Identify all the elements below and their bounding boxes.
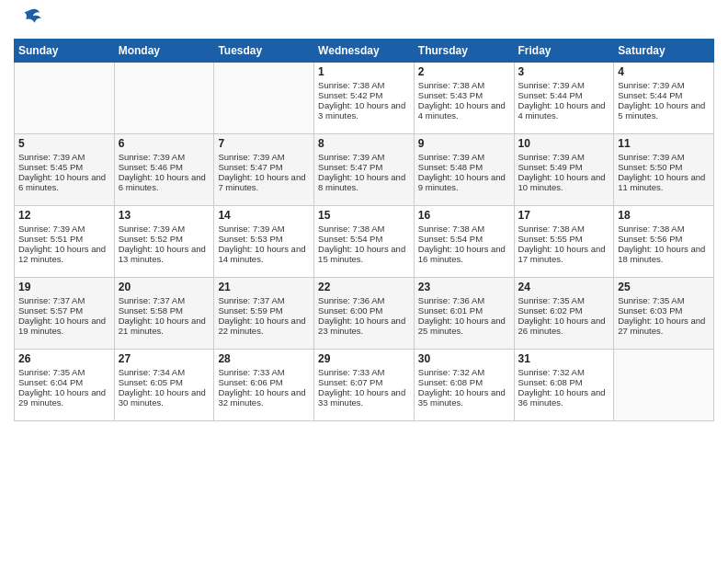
weekday-header-row: SundayMondayTuesdayWednesdayThursdayFrid… bbox=[15, 40, 714, 63]
calendar-cell: 24Sunrise: 7:35 AMSunset: 6:02 PMDayligh… bbox=[514, 278, 614, 350]
sunset-text: Sunset: 5:46 PM bbox=[119, 162, 210, 172]
sunset-text: Sunset: 5:52 PM bbox=[119, 234, 210, 244]
calendar-cell: 4Sunrise: 7:39 AMSunset: 5:44 PMDaylight… bbox=[614, 63, 714, 134]
sunset-text: Sunset: 5:44 PM bbox=[618, 90, 710, 100]
daylight-text: Daylight: 10 hours and 30 minutes. bbox=[119, 387, 210, 408]
day-number: 29 bbox=[318, 352, 410, 365]
day-number: 9 bbox=[418, 137, 510, 150]
day-number: 6 bbox=[119, 137, 210, 150]
sunrise-text: Sunrise: 7:39 AM bbox=[119, 224, 210, 234]
sunset-text: Sunset: 6:08 PM bbox=[418, 377, 510, 387]
daylight-text: Daylight: 10 hours and 6 minutes. bbox=[119, 172, 210, 192]
calendar-cell: 19Sunrise: 7:37 AMSunset: 5:57 PMDayligh… bbox=[15, 278, 115, 350]
sunrise-text: Sunrise: 7:38 AM bbox=[418, 224, 510, 234]
sunrise-text: Sunrise: 7:36 AM bbox=[418, 295, 510, 305]
calendar-cell: 18Sunrise: 7:38 AMSunset: 5:56 PMDayligh… bbox=[614, 206, 714, 278]
calendar-page: SundayMondayTuesdayWednesdayThursdayFrid… bbox=[0, 0, 728, 563]
week-row-3: 12Sunrise: 7:39 AMSunset: 5:51 PMDayligh… bbox=[15, 206, 714, 278]
sunrise-text: Sunrise: 7:39 AM bbox=[618, 152, 710, 162]
weekday-header-wednesday: Wednesday bbox=[314, 40, 415, 63]
calendar-cell bbox=[614, 350, 714, 421]
sunset-text: Sunset: 5:59 PM bbox=[218, 305, 310, 316]
sunset-text: Sunset: 5:44 PM bbox=[518, 90, 610, 100]
sunrise-text: Sunrise: 7:35 AM bbox=[618, 295, 710, 305]
calendar-cell: 17Sunrise: 7:38 AMSunset: 5:55 PMDayligh… bbox=[514, 206, 614, 278]
calendar-cell: 29Sunrise: 7:33 AMSunset: 6:07 PMDayligh… bbox=[314, 350, 415, 421]
daylight-text: Daylight: 10 hours and 6 minutes. bbox=[18, 172, 110, 192]
calendar-cell: 27Sunrise: 7:34 AMSunset: 6:05 PMDayligh… bbox=[114, 350, 214, 421]
calendar-cell: 1Sunrise: 7:38 AMSunset: 5:42 PMDaylight… bbox=[314, 63, 415, 134]
daylight-text: Daylight: 10 hours and 10 minutes. bbox=[518, 172, 610, 192]
daylight-text: Daylight: 10 hours and 32 minutes. bbox=[218, 387, 310, 408]
weekday-header-sunday: Sunday bbox=[15, 40, 115, 63]
day-number: 10 bbox=[518, 137, 610, 150]
daylight-text: Daylight: 10 hours and 21 minutes. bbox=[119, 316, 210, 336]
daylight-text: Daylight: 10 hours and 33 minutes. bbox=[318, 387, 410, 408]
day-number: 18 bbox=[618, 209, 710, 222]
calendar-cell: 30Sunrise: 7:32 AMSunset: 6:08 PMDayligh… bbox=[414, 350, 514, 421]
sunrise-text: Sunrise: 7:39 AM bbox=[18, 224, 110, 234]
day-number: 14 bbox=[218, 209, 310, 222]
day-number: 19 bbox=[18, 281, 110, 293]
daylight-text: Daylight: 10 hours and 7 minutes. bbox=[218, 172, 310, 192]
calendar-cell: 10Sunrise: 7:39 AMSunset: 5:49 PMDayligh… bbox=[514, 134, 614, 206]
calendar-cell: 15Sunrise: 7:38 AMSunset: 5:54 PMDayligh… bbox=[314, 206, 415, 278]
day-number: 8 bbox=[318, 137, 410, 150]
calendar-cell: 3Sunrise: 7:39 AMSunset: 5:44 PMDaylight… bbox=[514, 63, 614, 134]
sunrise-text: Sunrise: 7:37 AM bbox=[218, 295, 310, 305]
weekday-header-tuesday: Tuesday bbox=[214, 40, 314, 63]
sunset-text: Sunset: 5:55 PM bbox=[518, 234, 610, 244]
day-number: 22 bbox=[318, 281, 410, 293]
daylight-text: Daylight: 10 hours and 13 minutes. bbox=[119, 244, 210, 264]
sunrise-text: Sunrise: 7:39 AM bbox=[119, 152, 210, 162]
sunrise-text: Sunrise: 7:37 AM bbox=[119, 295, 210, 305]
daylight-text: Daylight: 10 hours and 18 minutes. bbox=[618, 244, 710, 264]
sunset-text: Sunset: 6:01 PM bbox=[418, 305, 510, 316]
week-row-2: 5Sunrise: 7:39 AMSunset: 5:45 PMDaylight… bbox=[15, 134, 714, 206]
sunrise-text: Sunrise: 7:38 AM bbox=[318, 224, 410, 234]
day-number: 1 bbox=[318, 65, 410, 78]
logo bbox=[14, 9, 43, 31]
sunrise-text: Sunrise: 7:39 AM bbox=[518, 80, 610, 90]
sunset-text: Sunset: 6:05 PM bbox=[119, 377, 210, 387]
sunset-text: Sunset: 6:08 PM bbox=[518, 377, 610, 387]
day-number: 13 bbox=[119, 209, 210, 222]
day-number: 21 bbox=[218, 281, 310, 293]
calendar-cell: 28Sunrise: 7:33 AMSunset: 6:06 PMDayligh… bbox=[214, 350, 314, 421]
daylight-text: Daylight: 10 hours and 16 minutes. bbox=[418, 244, 510, 264]
daylight-text: Daylight: 10 hours and 23 minutes. bbox=[318, 316, 410, 336]
sunset-text: Sunset: 5:50 PM bbox=[618, 162, 710, 172]
day-number: 2 bbox=[418, 65, 510, 78]
header bbox=[14, 9, 714, 31]
calendar-cell: 20Sunrise: 7:37 AMSunset: 5:58 PMDayligh… bbox=[114, 278, 214, 350]
day-number: 3 bbox=[518, 65, 610, 78]
sunrise-text: Sunrise: 7:35 AM bbox=[18, 367, 110, 377]
sunset-text: Sunset: 6:07 PM bbox=[318, 377, 410, 387]
calendar-cell: 13Sunrise: 7:39 AMSunset: 5:52 PMDayligh… bbox=[114, 206, 214, 278]
calendar-cell bbox=[114, 63, 214, 134]
sunset-text: Sunset: 5:58 PM bbox=[119, 305, 210, 316]
weekday-header-friday: Friday bbox=[514, 40, 614, 63]
day-number: 20 bbox=[119, 281, 210, 293]
sunset-text: Sunset: 6:02 PM bbox=[518, 305, 610, 316]
day-number: 7 bbox=[218, 137, 310, 150]
sunset-text: Sunset: 5:53 PM bbox=[218, 234, 310, 244]
day-number: 23 bbox=[418, 281, 510, 293]
weekday-header-saturday: Saturday bbox=[614, 40, 714, 63]
calendar-cell: 23Sunrise: 7:36 AMSunset: 6:01 PMDayligh… bbox=[414, 278, 514, 350]
sunrise-text: Sunrise: 7:38 AM bbox=[418, 80, 510, 90]
day-number: 4 bbox=[618, 65, 710, 78]
daylight-text: Daylight: 10 hours and 8 minutes. bbox=[318, 172, 410, 192]
daylight-text: Daylight: 10 hours and 26 minutes. bbox=[518, 316, 610, 336]
day-number: 5 bbox=[18, 137, 110, 150]
sunrise-text: Sunrise: 7:32 AM bbox=[518, 367, 610, 377]
sunset-text: Sunset: 6:03 PM bbox=[618, 305, 710, 316]
daylight-text: Daylight: 10 hours and 25 minutes. bbox=[418, 316, 510, 336]
calendar-cell: 5Sunrise: 7:39 AMSunset: 5:45 PMDaylight… bbox=[15, 134, 115, 206]
sunset-text: Sunset: 5:54 PM bbox=[418, 234, 510, 244]
day-number: 27 bbox=[119, 352, 210, 365]
daylight-text: Daylight: 10 hours and 3 minutes. bbox=[318, 100, 410, 121]
sunrise-text: Sunrise: 7:36 AM bbox=[318, 295, 410, 305]
sunrise-text: Sunrise: 7:39 AM bbox=[618, 80, 710, 90]
day-number: 15 bbox=[318, 209, 410, 222]
